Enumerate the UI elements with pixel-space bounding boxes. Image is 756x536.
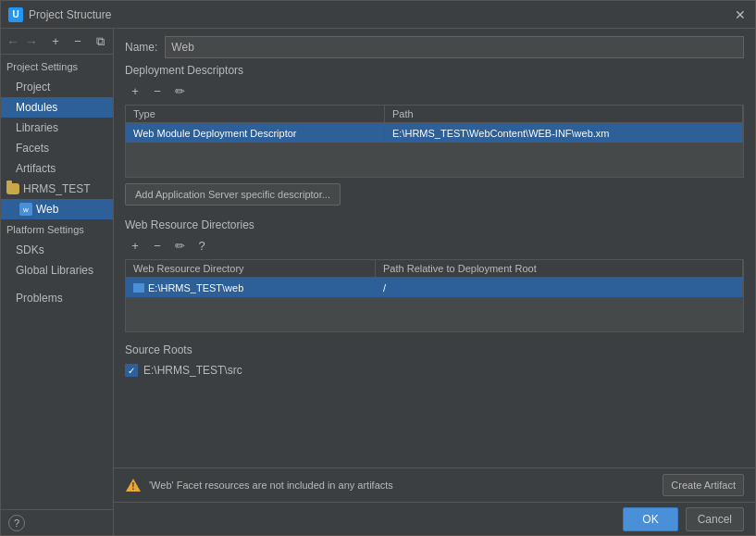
source-roots-row: ✓ E:\HRMS_TEST\src [125, 360, 744, 380]
sidebar-item-global-libraries[interactable]: Global Libraries [1, 260, 113, 280]
platform-settings-label: Platform Settings [1, 219, 113, 240]
web-label: Web [36, 203, 58, 216]
web-module-icon: w [19, 203, 32, 216]
project-structure-window: U Project Structure ✕ ← → + − ⧉ [0, 0, 756, 536]
tree-item-web[interactable]: w Web [1, 199, 113, 219]
global-libraries-label: Global Libraries [16, 264, 93, 277]
warning-text: 'Web' Facet resources are not included i… [149, 480, 655, 491]
problems-label: Problems [16, 292, 63, 305]
sidebar-item-project[interactable]: Project [1, 77, 113, 97]
hrms-test-label: HRMS_TEST [23, 182, 91, 195]
source-root-checkbox[interactable]: ✓ [125, 364, 138, 377]
cancel-button[interactable]: Cancel [686, 507, 744, 531]
window-title: Project Structure [29, 8, 111, 21]
empty-rows-webres [126, 298, 743, 331]
descriptor-type-cell: Web Module Deployment Descriptor [126, 126, 385, 141]
project-label: Project [16, 81, 50, 93]
add-server-descriptor-button[interactable]: Add Application Server specific descript… [125, 183, 341, 206]
web-resource-dirs-table: Web Resource Directory Path Relative to … [125, 259, 744, 332]
sidebar-top-toolbar: ← → + − ⧉ [1, 29, 113, 55]
webres-relpath-cell: / [376, 280, 743, 295]
sidebar-item-modules[interactable]: Modules [1, 97, 113, 118]
col-webres-header: Web Resource Directory [126, 260, 376, 277]
project-settings-label: Project Settings [1, 56, 113, 77]
name-row: Name: [114, 29, 755, 64]
add-webres-button[interactable]: + [125, 236, 145, 255]
deployment-descriptors-header: Type Path [126, 106, 743, 123]
sidebar-item-libraries[interactable]: Libraries [1, 118, 113, 138]
help-webres-button[interactable]: ? [192, 236, 212, 255]
source-roots-title: Source Roots [125, 343, 744, 356]
web-resource-dirs-title: Web Resource Directories [125, 218, 744, 231]
sidebar-item-facets[interactable]: Facets [1, 138, 113, 158]
webres-folder-icon [133, 283, 144, 293]
close-button[interactable]: ✕ [733, 7, 748, 22]
sidebar-item-sdks[interactable]: SDKs [1, 240, 113, 260]
descriptor-path-cell: E:\HRMS_TEST\WebContent\WEB-INF\web.xm [385, 126, 743, 141]
title-bar-controls: ✕ [733, 7, 748, 22]
source-roots-section: Source Roots ✓ E:\HRMS_TEST\src [114, 340, 755, 388]
deployment-descriptors-toolbar: + − ✏ [125, 81, 744, 101]
edit-descriptor-button[interactable]: ✏ [169, 81, 190, 100]
warning-icon: ! [125, 477, 142, 493]
deployment-descriptors-table: Type Path Web Module Deployment Descript… [125, 105, 744, 178]
web-resource-dirs-header: Web Resource Directory Path Relative to … [126, 260, 743, 278]
svg-text:!: ! [131, 481, 134, 492]
edit-webres-button[interactable]: ✏ [169, 236, 190, 255]
sidebar: ← → + − ⧉ Project Settings Project Modul… [1, 29, 114, 535]
ok-button[interactable]: OK [623, 507, 677, 531]
tree-item-hrms-test[interactable]: HRMS_TEST [1, 179, 113, 199]
right-panel: Name: Deployment Descriptors + − ✏ Type [114, 29, 755, 535]
modules-label: Modules [16, 101, 57, 114]
webres-dir-cell: E:\HRMS_TEST\web [126, 280, 376, 295]
web-resource-dirs-toolbar: + − ✏ ? [125, 235, 744, 256]
sidebar-item-problems[interactable]: Problems [1, 288, 113, 308]
name-input[interactable] [165, 36, 744, 58]
col-type-header: Type [126, 106, 385, 122]
help-button[interactable]: ? [8, 515, 25, 531]
nav-arrows: ← → [1, 32, 43, 51]
bottom-bar: OK Cancel [114, 502, 755, 535]
remove-webres-button[interactable]: − [147, 236, 167, 255]
source-root-label: E:\HRMS_TEST\src [143, 364, 242, 377]
scrollable-content: Deployment Descriptors + − ✏ Type Path W… [114, 64, 755, 467]
remove-descriptor-button[interactable]: − [147, 81, 167, 100]
sidebar-tree: Project Settings Project Modules Librari… [1, 55, 113, 509]
libraries-label: Libraries [16, 121, 58, 134]
title-bar-left: U Project Structure [8, 7, 111, 22]
empty-rows-descriptors [126, 143, 743, 177]
sidebar-bottom: ? [1, 509, 113, 535]
copy-module-button[interactable]: ⧉ [90, 32, 110, 51]
add-module-button[interactable]: + [45, 32, 66, 51]
deployment-descriptors-section: Deployment Descriptors + − ✏ Type Path W… [114, 64, 755, 218]
artifacts-label: Artifacts [16, 162, 56, 175]
sdks-label: SDKs [16, 243, 44, 256]
table-row[interactable]: Web Module Deployment Descriptor E:\HRMS… [126, 123, 743, 143]
create-artifact-button[interactable]: Create Artifact [663, 474, 744, 496]
deployment-descriptors-title: Deployment Descriptors [125, 64, 744, 77]
web-resource-dirs-section: Web Resource Directories + − ✏ ? Web Res… [114, 218, 755, 340]
table-row-webres[interactable]: E:\HRMS_TEST\web / [126, 278, 743, 298]
title-bar: U Project Structure ✕ [1, 1, 755, 29]
folder-icon [6, 183, 19, 194]
name-label: Name: [125, 41, 157, 54]
sidebar-item-artifacts[interactable]: Artifacts [1, 158, 113, 179]
back-button[interactable]: ← [5, 32, 21, 51]
remove-module-button[interactable]: − [68, 32, 88, 51]
facets-label: Facets [16, 142, 49, 155]
main-content: ← → + − ⧉ Project Settings Project Modul… [1, 29, 755, 535]
add-descriptor-button[interactable]: + [125, 81, 145, 100]
app-icon: U [8, 7, 23, 22]
warning-bar: ! 'Web' Facet resources are not included… [114, 467, 755, 502]
col-relpath-header: Path Relative to Deployment Root [376, 260, 743, 277]
forward-button[interactable]: → [23, 32, 40, 51]
col-path-header: Path [385, 106, 743, 122]
